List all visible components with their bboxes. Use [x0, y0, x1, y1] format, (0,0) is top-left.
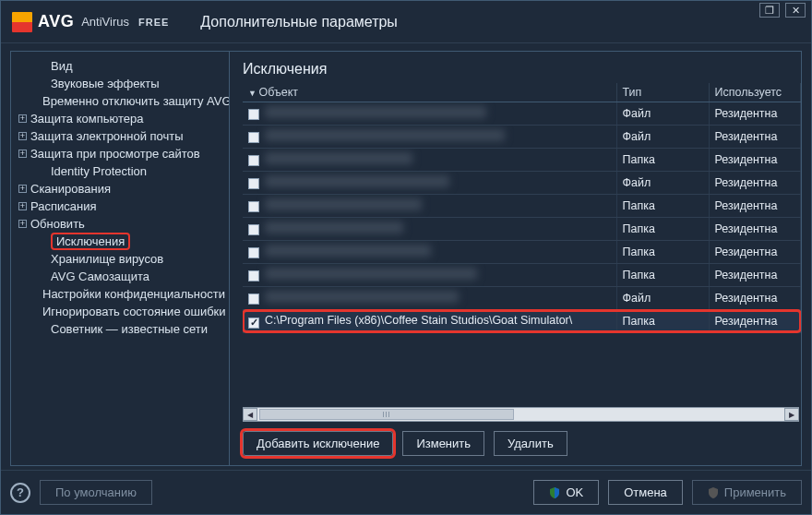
table-row[interactable]: ПапкаРезидентна — [243, 195, 801, 218]
tree-item-label: Расписания — [30, 199, 96, 213]
shield-icon — [708, 487, 719, 498]
cell-type: Папка — [616, 310, 709, 333]
cell-object — [243, 195, 616, 218]
cell-type: Папка — [616, 241, 709, 264]
expand-icon[interactable]: + — [18, 150, 27, 158]
tree-item-label: Защита при просмотре сайтов — [30, 147, 200, 161]
cell-used: Резидентна — [709, 310, 801, 333]
cell-type: Папка — [616, 218, 709, 241]
brand-main: AVG — [38, 12, 74, 31]
tree-item[interactable]: Настройки конфиденциальности — [11, 285, 229, 303]
table-row[interactable]: ФайлРезидентна — [243, 102, 801, 126]
window-title: Дополнительные параметры — [200, 14, 398, 30]
horizontal-scrollbar[interactable]: ◀ ▶ — [243, 407, 799, 422]
redacted-path — [265, 222, 403, 234]
tree-item[interactable]: +Расписания — [11, 198, 229, 215]
apply-button[interactable]: Применить — [692, 480, 802, 505]
row-checkbox[interactable] — [248, 178, 259, 189]
edit-exclusion-button[interactable]: Изменить — [402, 431, 484, 456]
content-panel: Исключения Объект Тип Используетс ФайлРе… — [230, 51, 802, 466]
tree-item[interactable]: +Защита при просмотре сайтов — [11, 145, 229, 162]
cell-object — [243, 287, 616, 310]
col-object[interactable]: Объект — [243, 83, 616, 102]
table-row[interactable]: ПапкаРезидентна — [243, 149, 801, 172]
cell-type: Файл — [616, 172, 709, 195]
table-row[interactable]: ФайлРезидентна — [243, 287, 801, 310]
tree-spacer — [39, 167, 47, 175]
tree-item-label: Игнорировать состояние ошибки — [42, 305, 226, 318]
defaults-button[interactable]: По умолчанию — [40, 480, 152, 505]
table-row[interactable]: ПапкаРезидентна — [243, 218, 801, 241]
cell-object — [243, 126, 616, 149]
tree-item[interactable]: AVG Самозащита — [11, 268, 229, 285]
expand-icon[interactable]: + — [18, 185, 27, 193]
tree-item[interactable]: +Сканирования — [11, 180, 229, 198]
row-checkbox[interactable] — [248, 224, 259, 235]
tree-spacer — [39, 237, 47, 246]
delete-exclusion-button[interactable]: Удалить — [494, 431, 567, 456]
row-checkbox[interactable] — [248, 201, 259, 212]
tree-item[interactable]: Хранилище вирусов — [11, 250, 229, 268]
tree-item-label: Настройки конфиденциальности — [42, 287, 225, 301]
scroll-left-icon[interactable]: ◀ — [243, 408, 257, 421]
add-exclusion-button[interactable]: Добавить исключение — [243, 431, 393, 456]
cell-type: Папка — [616, 264, 709, 287]
tree-item-label: Исключения — [51, 233, 130, 250]
row-checkbox[interactable] — [248, 270, 259, 281]
table-row[interactable]: ФайлРезидентна — [243, 172, 801, 195]
tree-item-label: Identity Protection — [51, 164, 147, 178]
expand-icon[interactable]: + — [18, 114, 27, 123]
cancel-button[interactable]: Отмена — [608, 480, 683, 505]
row-checkbox[interactable] — [248, 317, 259, 329]
tree-item[interactable]: +Обновить — [11, 215, 229, 233]
cell-type: Папка — [616, 149, 709, 172]
redacted-path — [265, 106, 486, 118]
expand-icon[interactable]: + — [18, 202, 27, 210]
cell-type: Файл — [616, 287, 709, 310]
row-checkbox[interactable] — [248, 293, 259, 305]
table-row[interactable]: ПапкаРезидентна — [243, 241, 801, 264]
row-checkbox[interactable] — [248, 109, 259, 120]
cell-used: Резидентна — [709, 218, 801, 241]
tree-item[interactable]: Советник — известные сети — [11, 320, 229, 338]
col-type[interactable]: Тип — [616, 83, 709, 102]
window-close-button[interactable]: ✕ — [785, 3, 806, 18]
tree-spacer — [39, 272, 47, 281]
row-checkbox[interactable] — [248, 247, 259, 258]
tree-item[interactable]: Вид — [11, 57, 229, 75]
tree-item-label: Хранилище вирусов — [51, 252, 163, 266]
expand-icon[interactable]: + — [18, 132, 27, 140]
cell-used: Резидентна — [709, 102, 801, 126]
cell-type: Файл — [616, 102, 709, 126]
table-row[interactable]: ФайлРезидентна — [243, 126, 801, 149]
window-restore-button[interactable]: ❐ — [759, 3, 780, 18]
scroll-right-icon[interactable]: ▶ — [784, 408, 799, 421]
table-row[interactable]: C:\Program Files (x86)\Coffee Stain Stud… — [243, 310, 801, 333]
tree-item[interactable]: +Защита компьютера — [11, 110, 229, 127]
titlebar: AVG AntiVirus FREE Дополнительные параме… — [1, 1, 811, 43]
tree-item[interactable]: Звуковые эффекты — [11, 75, 229, 92]
row-checkbox[interactable] — [248, 132, 259, 143]
tree-item[interactable]: Игнорировать состояние ошибки — [11, 303, 229, 320]
scroll-thumb[interactable] — [259, 409, 514, 420]
tree-item-label: Звуковые эффекты — [51, 77, 160, 90]
cell-used: Резидентна — [709, 149, 801, 172]
app-logo: AVG AntiVirus FREE — [12, 12, 169, 32]
tree-spacer — [39, 325, 47, 333]
brand-sub: AntiVirus — [81, 15, 129, 29]
tree-item-label: Советник — известные сети — [51, 322, 208, 336]
tree-item[interactable]: Identity Protection — [11, 162, 229, 180]
tree-item[interactable]: Исключения — [11, 233, 229, 250]
table-row[interactable]: ПапкаРезидентна — [243, 264, 801, 287]
cell-used: Резидентна — [709, 241, 801, 264]
cell-object — [243, 218, 616, 241]
help-icon[interactable]: ? — [10, 483, 30, 503]
cell-object — [243, 264, 616, 287]
expand-icon[interactable]: + — [18, 220, 27, 228]
row-checkbox[interactable] — [248, 155, 259, 166]
tree-item-label: Защита электронной почты — [30, 129, 184, 143]
tree-item[interactable]: Временно отключить защиту AVG — [11, 92, 229, 110]
col-used[interactable]: Используетс — [709, 83, 801, 102]
tree-item[interactable]: +Защита электронной почты — [11, 127, 229, 145]
ok-button[interactable]: OK — [533, 480, 599, 505]
